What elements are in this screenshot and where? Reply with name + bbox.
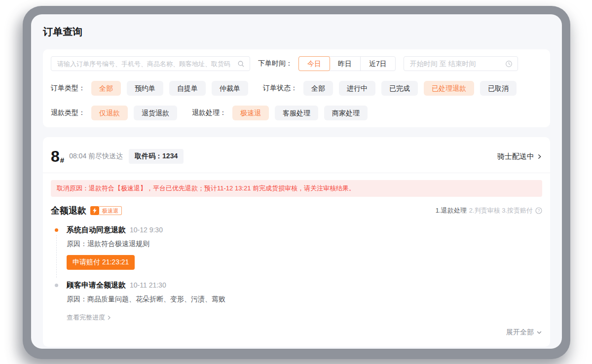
order-body: 取消原因：退款符合【极速退】，平台已优先退款；预计11-12 13:21 前完成… bbox=[43, 173, 550, 347]
app-screen: 订单查询 下单时间： 今日昨日近7日 bbox=[31, 14, 562, 349]
refund-step-current: 1.退款处理 bbox=[436, 206, 467, 215]
timeline-connector bbox=[56, 235, 57, 278]
filter-row-type-status: 订单类型：全部预约单自提单仲裁单订单状态：全部进行中已完成已处理退款已取消 bbox=[51, 81, 542, 96]
filter-chip[interactable]: 全部 bbox=[91, 81, 121, 96]
filter-group-label: 退款处理： bbox=[192, 109, 226, 117]
timeline-item: 系统自动同意退款10-12 9:30原因：退款符合极速退规则申请赔付 21:23… bbox=[55, 225, 542, 270]
filter-row-refund: 退款类型：仅退款退货退款退款处理：极速退客服处理商家处理 bbox=[51, 106, 542, 120]
filter-chip[interactable]: 自提单 bbox=[169, 81, 206, 96]
time-filter-group: 今日昨日近7日 bbox=[298, 56, 396, 71]
express-refund-badge-label: 极速退 bbox=[99, 206, 122, 215]
date-range-input[interactable] bbox=[404, 56, 518, 71]
delivery-note: 08:04 前尽快送达 bbox=[69, 152, 123, 161]
order-number-hash: # bbox=[60, 156, 64, 164]
page-title: 订单查询 bbox=[43, 25, 550, 38]
filter-chip[interactable]: 客服处理 bbox=[275, 106, 318, 120]
order-time-label: 下单时间： bbox=[258, 59, 293, 68]
help-icon[interactable]: ? bbox=[535, 207, 542, 214]
refund-steps: 1.退款处理 2.判责审核 3.按责赔付 ? bbox=[436, 206, 542, 215]
claim-compensation-button[interactable]: 申请赔付 21:23:21 bbox=[67, 255, 135, 270]
date-range-field[interactable] bbox=[409, 59, 505, 68]
expand-all-label: 展开全部 bbox=[506, 328, 534, 337]
timeline-item: 顾客申请全额退款10-11 21:30原因：商品质量问题、花朵折断、变形、污渍、… bbox=[55, 281, 542, 304]
chevron-down-icon bbox=[536, 329, 542, 335]
search-icon bbox=[237, 60, 245, 68]
chevron-right-icon bbox=[107, 315, 111, 320]
search-input[interactable] bbox=[51, 56, 250, 71]
time-option[interactable]: 近7日 bbox=[361, 57, 395, 71]
device-frame: 订单查询 下单时间： 今日昨日近7日 bbox=[23, 6, 570, 359]
pickup-code-badge: 取件码：1234 bbox=[129, 149, 184, 164]
svg-text:?: ? bbox=[538, 208, 540, 213]
clock-icon bbox=[505, 60, 513, 68]
filter-chip[interactable]: 退货退款 bbox=[134, 106, 177, 120]
time-option[interactable]: 今日 bbox=[298, 56, 330, 71]
view-progress-label: 查看完整进度 bbox=[67, 313, 105, 322]
order-header: 8 # 08:04 前尽快送达 取件码：1234 骑士配送中 bbox=[43, 137, 550, 173]
timeline-dot bbox=[55, 228, 58, 232]
filter-group: 订单类型：全部预约单自提单仲裁单 bbox=[51, 81, 254, 96]
order-number-value: 8 bbox=[51, 149, 60, 164]
timeline-time: 10-12 9:30 bbox=[130, 226, 163, 234]
order-number: 8 # bbox=[51, 149, 64, 164]
timeline-dot bbox=[55, 284, 58, 287]
filter-group-label: 退款类型： bbox=[51, 109, 85, 117]
timeline-desc: 原因：退款符合极速退规则 bbox=[67, 239, 229, 249]
filter-group: 订单状态：全部进行中已完成已处理退款已取消 bbox=[263, 81, 522, 96]
filter-chip[interactable]: 预约单 bbox=[127, 81, 163, 96]
filter-group-label: 订单类型： bbox=[51, 84, 85, 93]
filter-group: 退款类型：仅退款退货退款 bbox=[51, 106, 183, 120]
cancel-reason-alert: 取消原因：退款符合【极速退】，平台已优先退款；预计11-12 13:21 前完成… bbox=[51, 180, 542, 197]
filter-group-label: 订单状态： bbox=[263, 84, 297, 93]
filter-chip[interactable]: 已取消 bbox=[480, 81, 517, 96]
express-refund-badge: 极速退 bbox=[90, 206, 122, 215]
filter-chip[interactable]: 全部 bbox=[303, 81, 333, 96]
search-field[interactable] bbox=[56, 60, 237, 68]
time-option[interactable]: 昨日 bbox=[330, 57, 361, 71]
filter-panel: 下单时间： 今日昨日近7日 订单类型：全部预约单自提单仲裁单订单状态：全部进行中… bbox=[43, 49, 550, 127]
refund-header: 全额退款 极速退 1.退款处理 2.判责审核 3.按责赔付 bbox=[51, 205, 542, 217]
refund-steps-upcoming: 2.判责审核 3.按责赔付 bbox=[469, 206, 533, 215]
filter-chip[interactable]: 已完成 bbox=[381, 81, 418, 96]
delivery-status-label: 骑士配送中 bbox=[497, 152, 534, 161]
filter-chip[interactable]: 商家处理 bbox=[324, 106, 368, 120]
filter-chip[interactable]: 进行中 bbox=[339, 81, 375, 96]
filter-chip[interactable]: 仲裁单 bbox=[212, 81, 248, 96]
filter-chip[interactable]: 已处理退款 bbox=[424, 81, 474, 96]
timeline-title: 顾客申请全额退款 bbox=[67, 281, 126, 290]
chevron-right-icon bbox=[537, 154, 542, 159]
timeline-title: 系统自动同意退款 bbox=[67, 225, 126, 235]
order-card: 8 # 08:04 前尽快送达 取件码：1234 骑士配送中 取消原因：退款符合… bbox=[43, 137, 550, 347]
timeline-desc: 原因：商品质量问题、花朵折断、变形、污渍、蔫败 bbox=[67, 294, 229, 304]
view-full-progress-link[interactable]: 查看完整进度 bbox=[67, 313, 111, 322]
filter-chip[interactable]: 极速退 bbox=[232, 106, 269, 120]
lightning-icon bbox=[90, 206, 99, 215]
refund-timeline: 系统自动同意退款10-12 9:30原因：退款符合极速退规则申请赔付 21:23… bbox=[55, 225, 542, 304]
filter-row-time: 下单时间： 今日昨日近7日 bbox=[51, 56, 542, 71]
timeline-time: 10-11 21:30 bbox=[130, 281, 166, 289]
filter-group: 退款处理：极速退客服处理商家处理 bbox=[192, 106, 373, 120]
delivery-status-link[interactable]: 骑士配送中 bbox=[497, 152, 542, 161]
expand-all-button[interactable]: 展开全部 bbox=[51, 328, 542, 337]
refund-title: 全额退款 bbox=[51, 205, 86, 217]
filter-chip[interactable]: 仅退款 bbox=[91, 106, 128, 120]
